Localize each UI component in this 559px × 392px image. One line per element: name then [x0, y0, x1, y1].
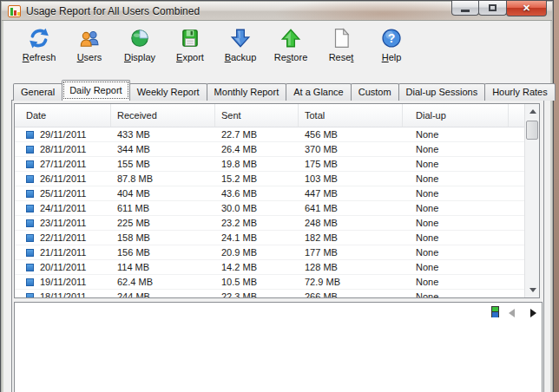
scrollbar-thumb[interactable] [526, 121, 538, 140]
table-body: 29/11/2011433 MB22.7 MB456 MBNone28/11/2… [15, 127, 524, 298]
display-button[interactable]: Display [115, 27, 165, 62]
refresh-button[interactable]: Refresh [14, 27, 64, 62]
cell-sent: 10.5 MB [215, 275, 299, 289]
scroll-up-icon [529, 109, 536, 114]
cell-sent: 20.9 MB [215, 245, 299, 259]
cell-total: 177 MB [299, 245, 403, 259]
chart-scroll-right-button[interactable] [530, 309, 536, 317]
tab-custom[interactable]: Custom [351, 83, 399, 101]
cell-dialup: None [403, 216, 509, 230]
display-icon [128, 27, 151, 49]
toolbar-label: Reset [329, 52, 354, 62]
calendar-day-icon [26, 190, 34, 198]
calendar-day-icon [26, 293, 34, 299]
window-controls: ✕ [452, 1, 547, 16]
cell-date: 20/11/2011 [40, 260, 86, 274]
cell-dialup: None [403, 290, 509, 298]
cell-total: 447 MB [299, 186, 403, 200]
cell-total: 103 MB [299, 172, 403, 186]
calendar-day-icon [26, 264, 34, 271]
svg-text:?: ? [388, 31, 396, 45]
chart-scroll-left-button[interactable] [509, 309, 515, 317]
tab-weekly-report[interactable]: Weekly Report [129, 83, 207, 101]
cell-sent: 14.2 MB [215, 260, 299, 274]
help-button[interactable]: ?Help [366, 27, 417, 62]
app-icon [8, 5, 21, 17]
tab-dial-up-sessions[interactable]: Dial-up Sessions [398, 83, 486, 101]
table-row[interactable]: 25/11/2011404 MB43.6 MB447 MBNone [15, 186, 524, 201]
calendar-day-icon [26, 219, 34, 227]
cell-total: 248 MB [299, 216, 403, 230]
toolbar-label: Backup [225, 52, 257, 62]
column-header-sent[interactable]: Sent [215, 104, 299, 127]
toolbar-label: Restore [274, 52, 308, 62]
cell-date: 23/11/2011 [40, 216, 86, 230]
cell-dialup: None [403, 172, 509, 186]
cell-received: 225 MB [111, 216, 215, 230]
calendar-day-icon [26, 175, 34, 183]
column-header-total[interactable]: Total [299, 104, 403, 127]
help-icon: ? [380, 27, 403, 49]
reset-button[interactable]: Reset [316, 27, 366, 62]
cell-date: 26/11/2011 [40, 172, 86, 186]
backup-button[interactable]: Backup [215, 27, 266, 62]
table-row[interactable]: 28/11/2011344 MB26.4 MB370 MBNone [15, 142, 524, 157]
cell-sent: 23.2 MB [215, 216, 299, 230]
table-row[interactable]: 19/11/201162.4 MB10.5 MB72.9 MBNone [15, 275, 524, 290]
column-header-dial-up[interactable]: Dial-up [403, 104, 509, 127]
cell-received: 244 MB [111, 290, 215, 298]
cell-received: 344 MB [111, 142, 215, 156]
app-window: Usage Report for All Users Combined ✕ Re… [0, 0, 554, 392]
cell-dialup: None [403, 157, 509, 171]
table-row[interactable]: 29/11/2011433 MB22.7 MB456 MBNone [15, 127, 524, 142]
tab-general[interactable]: General [13, 83, 62, 101]
table-row[interactable]: 20/11/2011114 MB14.2 MB128 MBNone [15, 260, 524, 275]
cell-total: 128 MB [299, 260, 403, 274]
calendar-day-icon [26, 131, 34, 139]
cell-dialup: None [403, 260, 509, 274]
column-header-received[interactable]: Received [111, 104, 215, 127]
cell-received: 158 MB [111, 231, 215, 245]
scroll-up-button[interactable] [525, 104, 540, 119]
tab-hourly-rates[interactable]: Hourly Rates [484, 83, 556, 101]
tab-at-a-glance[interactable]: At a Glance [286, 83, 351, 101]
cell-sent: 30.0 MB [215, 201, 299, 215]
cell-received: 114 MB [111, 260, 215, 274]
users-button[interactable]: Users [64, 27, 115, 62]
calendar-day-icon [26, 234, 34, 242]
cell-sent: 24.1 MB [215, 231, 299, 245]
cell-dialup: None [403, 142, 509, 156]
export-button[interactable]: Export [165, 27, 215, 62]
tab-monthly-report[interactable]: Monthly Report [207, 83, 287, 101]
table-row[interactable]: 27/11/2011155 MB19.8 MB175 MBNone [15, 157, 524, 172]
cell-total: 175 MB [299, 157, 403, 171]
cell-dialup: None [403, 231, 509, 245]
table-row[interactable]: 21/11/2011156 MB20.9 MB177 MBNone [15, 245, 524, 260]
column-header-date[interactable]: Date [15, 104, 111, 127]
cell-date: 24/11/2011 [40, 201, 86, 215]
cell-date: 19/11/2011 [40, 275, 86, 289]
scroll-down-button[interactable] [525, 283, 540, 297]
cell-sent: 15.2 MB [215, 172, 299, 186]
table-row[interactable]: 24/11/2011611 MB30.0 MB641 MBNone [15, 201, 524, 216]
table-row[interactable]: 18/11/2011244 MB22.3 MB266 MBNone [15, 290, 524, 298]
restore-button[interactable]: Restore [266, 27, 316, 62]
cell-date: 27/11/2011 [40, 157, 86, 171]
table-row[interactable]: 22/11/2011158 MB24.1 MB182 MBNone [15, 231, 524, 245]
calendar-day-icon [26, 278, 34, 286]
cell-received: 155 MB [111, 157, 215, 171]
cell-date: 28/11/2011 [40, 142, 86, 156]
cell-received: 62.4 MB [111, 275, 215, 289]
close-button[interactable]: ✕ [506, 1, 547, 16]
tab-daily-report[interactable]: Daily Report [62, 80, 130, 101]
table-row[interactable]: 26/11/201187.8 MB15.2 MB103 MBNone [15, 172, 524, 186]
cell-received: 156 MB [111, 245, 215, 259]
minimize-button[interactable] [451, 1, 479, 16]
table-row[interactable]: 23/11/2011225 MB23.2 MB248 MBNone [15, 216, 524, 231]
vertical-scrollbar[interactable] [524, 104, 539, 297]
cell-total: 182 MB [299, 231, 403, 245]
maximize-button[interactable] [478, 1, 507, 16]
cell-total: 72.9 MB [299, 275, 403, 289]
cell-received: 87.8 MB [111, 172, 215, 186]
cell-received: 433 MB [111, 127, 215, 141]
